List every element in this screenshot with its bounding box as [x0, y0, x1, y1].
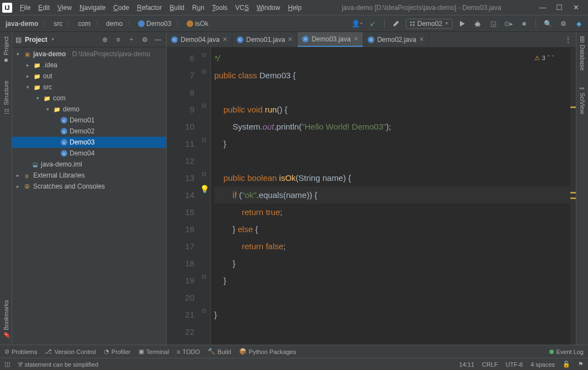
- tree-src[interactable]: ▾📁src: [12, 82, 166, 93]
- run-button[interactable]: [456, 18, 468, 30]
- settings-button[interactable]: ⚙: [557, 18, 569, 30]
- editor[interactable]: 6789 10111213 14151617 18192021 22 ⊟ ⊟ ⊟…: [167, 47, 576, 345]
- tw-build[interactable]: 🔨 Build: [208, 348, 231, 355]
- maximize-button[interactable]: ☐: [555, 3, 564, 12]
- crumb-project[interactable]: java-demo: [3, 19, 40, 29]
- tree-demo03[interactable]: cDemo03: [12, 137, 166, 148]
- next-highlight-icon[interactable]: ˇ: [552, 50, 554, 67]
- menu-tools[interactable]: Tools: [209, 3, 231, 13]
- close-button[interactable]: ✕: [571, 3, 580, 12]
- menu-build[interactable]: Build: [166, 3, 188, 13]
- menu-help[interactable]: Help: [284, 3, 305, 13]
- toolwindow-toggle-icon[interactable]: ◫: [4, 361, 10, 368]
- warning-count: 3: [542, 50, 545, 67]
- sidebar-tab-project[interactable]: ■ Project: [3, 36, 9, 64]
- warning-icon: ⚠: [534, 50, 540, 67]
- tree-root[interactable]: ▾▣java-demo D:\IdeaProjects\java-demo: [12, 49, 166, 60]
- tree-com[interactable]: ▾📁com: [12, 93, 166, 104]
- separator: [384, 19, 385, 29]
- tree-demo[interactable]: ▾📁demo: [12, 104, 166, 115]
- status-position[interactable]: 14:11: [459, 361, 475, 368]
- add-user-icon[interactable]: 👤+: [351, 18, 363, 30]
- tabs-more-icon[interactable]: ⋮: [560, 32, 576, 47]
- tree-demo01[interactable]: cDemo01: [12, 115, 166, 126]
- expand-all-icon[interactable]: ≡: [113, 35, 123, 45]
- menu-window[interactable]: Window: [253, 3, 284, 13]
- menu-navigate[interactable]: Navigate: [76, 3, 109, 13]
- overview-ruler[interactable]: [570, 47, 576, 345]
- select-opened-icon[interactable]: ⊕: [100, 35, 110, 45]
- tw-todo[interactable]: ≡ TODO: [177, 348, 200, 355]
- editor-tabs: cDemo04.java✕ cDemo01.java✕ cDemo03.java…: [167, 32, 576, 47]
- tree-external-libs[interactable]: ▸⫼External Libraries: [12, 170, 166, 181]
- breadcrumb: java-demo〉 src〉 com〉 demo〉 Demo03〉 isOk: [3, 19, 210, 29]
- crumb-class[interactable]: Demo03: [136, 19, 173, 29]
- sidebar-tab-structure[interactable]: ☷ Structure: [2, 81, 9, 115]
- run-config-selector[interactable]: Demo02 ▼: [406, 19, 453, 29]
- panel-settings-icon[interactable]: ⚙: [140, 35, 150, 45]
- tw-terminal[interactable]: ▣ Terminal: [139, 348, 169, 355]
- menu-code[interactable]: Code: [110, 3, 133, 13]
- tw-profiler[interactable]: ◔ Profiler: [104, 348, 131, 355]
- sync-icon[interactable]: ↙: [367, 18, 379, 30]
- intention-bulb-icon[interactable]: 💡: [200, 185, 209, 194]
- sidebar-tab-bookmarks[interactable]: 🔖 Bookmarks: [2, 300, 9, 339]
- tw-vcs[interactable]: ⎇ Version Control: [45, 348, 96, 355]
- tab-demo01[interactable]: cDemo01.java✕: [232, 32, 298, 47]
- menu-refactor[interactable]: Refactor: [134, 3, 165, 13]
- minimize-button[interactable]: —: [538, 3, 547, 12]
- crumb-method[interactable]: isOk: [184, 19, 210, 29]
- coverage-button[interactable]: ◲: [487, 18, 499, 30]
- status-line-ending[interactable]: CRLF: [482, 361, 498, 368]
- close-icon[interactable]: ✕: [288, 36, 293, 43]
- stop-button[interactable]: ■: [518, 18, 530, 30]
- crumb-src[interactable]: src: [51, 19, 65, 29]
- ide-status-icon[interactable]: ⚑: [578, 361, 584, 368]
- profiler-run-button[interactable]: ⊙▸: [502, 18, 515, 30]
- tree-idea[interactable]: ▸📁.idea: [12, 60, 166, 71]
- tab-demo04[interactable]: cDemo04.java✕: [167, 32, 232, 47]
- hide-panel-icon[interactable]: —: [153, 35, 163, 45]
- menubar: File Edit View Navigate Code Refactor Bu…: [17, 3, 305, 13]
- sidebar-tab-database[interactable]: 🗄 Database: [579, 36, 586, 71]
- learn-button[interactable]: ◆: [573, 18, 585, 30]
- tab-demo03[interactable]: cDemo03.java✕: [298, 32, 363, 47]
- tw-python[interactable]: 📦 Python Packages: [239, 348, 296, 355]
- prev-highlight-icon[interactable]: ˆ: [548, 50, 550, 67]
- fold-gutter[interactable]: ⊟ ⊟ ⊟ ⊟ ⊟ ⊟ ⊟ 💡: [200, 47, 211, 345]
- search-button[interactable]: 🔍: [542, 18, 554, 30]
- nav-toolbar: 👤+ ↙ Demo02 ▼ ◲ ⊙▸ ■ 🔍 ⚙ ◆: [351, 18, 585, 30]
- status-encoding[interactable]: UTF-8: [506, 361, 523, 368]
- panel-title[interactable]: Project: [25, 36, 47, 44]
- crumb-demo[interactable]: demo: [104, 19, 125, 29]
- tree-out[interactable]: ▸📁out: [12, 71, 166, 82]
- close-icon[interactable]: ✕: [419, 36, 424, 43]
- build-button[interactable]: [390, 18, 402, 30]
- project-tree[interactable]: ▾▣java-demo D:\IdeaProjects\java-demo ▸📁…: [12, 47, 166, 345]
- menu-edit[interactable]: Edit: [35, 3, 53, 13]
- tree-demo02[interactable]: cDemo02: [12, 126, 166, 137]
- right-tool-strip: 🗄 Database ⫿ SciView: [576, 32, 588, 345]
- menu-view[interactable]: View: [54, 3, 75, 13]
- tw-eventlog[interactable]: Event Log: [549, 348, 584, 355]
- code-content[interactable]: ⚠ 3 ˆ ˇ */ public class Demo03 { public …: [211, 47, 570, 345]
- readonly-lock-icon[interactable]: 🔓: [563, 361, 570, 368]
- menu-vcs[interactable]: VCS: [232, 3, 252, 13]
- tab-demo02[interactable]: cDemo02.java✕: [363, 32, 429, 47]
- close-icon[interactable]: ✕: [353, 35, 358, 42]
- status-indent[interactable]: 4 spaces: [531, 361, 555, 368]
- crumb-com[interactable]: com: [76, 19, 93, 29]
- separator: [536, 19, 536, 29]
- debug-button[interactable]: [472, 18, 484, 30]
- view-dropdown-icon[interactable]: ▼: [51, 37, 55, 42]
- menu-file[interactable]: File: [17, 3, 34, 13]
- tree-demo04[interactable]: cDemo04: [12, 148, 166, 159]
- collapse-all-icon[interactable]: ÷: [126, 35, 136, 45]
- tw-problems[interactable]: ⊘ Problems: [4, 348, 37, 355]
- tree-iml[interactable]: ⬓java-demo.iml: [12, 159, 166, 170]
- tree-scratches[interactable]: ▸⦿Scratches and Consoles: [12, 181, 166, 192]
- close-icon[interactable]: ✕: [223, 36, 227, 43]
- menu-run[interactable]: Run: [189, 3, 208, 13]
- inspection-widget[interactable]: ⚠ 3 ˆ ˇ: [534, 50, 554, 67]
- sidebar-tab-sciview[interactable]: ⫿ SciView: [579, 87, 586, 114]
